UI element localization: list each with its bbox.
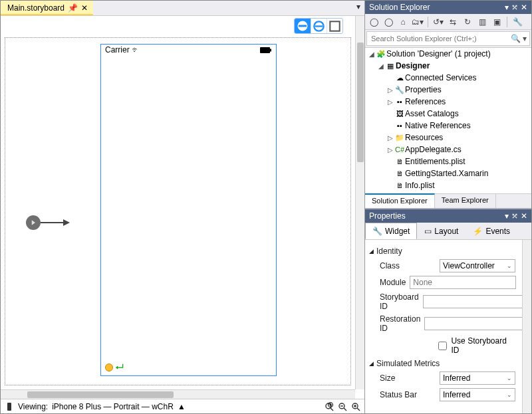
svg-rect-5 (7, 403, 11, 411)
properties-panel: Properties ▾ ⤱ ✕ 🔧Widget ▭Layout ⚡Events… (365, 208, 531, 413)
pin-icon[interactable]: ⤱ (511, 211, 518, 221)
frame-mode-button[interactable] (311, 19, 327, 33)
tree-item-connected-services[interactable]: ☁ Connected Services (365, 72, 531, 84)
initial-view-controller-arrow[interactable] (26, 215, 70, 230)
vertical-scrollbar[interactable] (355, 16, 364, 389)
first-responder-icon[interactable] (105, 363, 113, 371)
expander-icon[interactable]: ▷ (386, 134, 394, 142)
tree-item-asset-catalogs[interactable]: 🖼 Asset Catalogs (365, 108, 531, 120)
device-icon (5, 402, 14, 411)
project-icon: ▦ (385, 62, 396, 70)
layout-icon: ▭ (424, 227, 432, 236)
expander-icon[interactable]: ◢ (368, 51, 376, 58)
cloud-icon: ☁ (394, 74, 405, 82)
use-storyboard-id-checkbox[interactable]: Use Storyboard ID (438, 336, 515, 355)
size-combo[interactable]: Inferred ⌄ (440, 371, 515, 385)
document-tab-row: Main.storyboard 📌 ✕ ▾ (1, 1, 364, 15)
solution-explorer-search[interactable]: 🔍 ▾ (366, 31, 530, 46)
refresh-button[interactable]: ↺▾ (432, 16, 444, 28)
close-icon[interactable]: ✕ (521, 211, 527, 221)
class-combo[interactable]: ViewController ⌄ (440, 259, 515, 272)
tree-item-native-references[interactable]: ▪▪ Native References (365, 120, 531, 132)
zoom-out-button[interactable] (338, 402, 347, 411)
expander-icon[interactable]: ◢ (377, 62, 385, 70)
pin-icon[interactable]: 📌 (68, 3, 78, 13)
scrollbar-thumb[interactable] (27, 391, 174, 398)
group-header-identity[interactable]: ◢ Identity (369, 247, 515, 256)
panel-title-label: Properties (369, 211, 406, 221)
show-all-button[interactable]: ↻ (462, 16, 473, 28)
wrench-icon: 🔧 (372, 227, 382, 236)
tab-widget[interactable]: 🔧Widget (365, 223, 417, 239)
panel-menu-icon[interactable]: ▾ (505, 3, 509, 12)
view-code-button[interactable]: ▥ (476, 16, 488, 28)
tree-item-entitlements[interactable]: 🗎 Entitlements.plist (365, 155, 531, 167)
panel-menu-icon[interactable]: ▾ (505, 211, 509, 221)
storyboard-designer: Carrier ᯤ ⮠ (1, 15, 364, 399)
designer-status-bar: Viewing: iPhone 8 Plus — Portrait — wChR… (1, 399, 364, 413)
tree-item-properties[interactable]: ▷ 🔧 Properties (365, 84, 531, 96)
back-button[interactable]: ◯ (368, 16, 380, 28)
status-bar-combo[interactable]: Inferred ⌄ (440, 388, 515, 401)
battery-icon (260, 47, 272, 53)
tree-item-getting-started[interactable]: 🗎 GettingStarted.Xamarin (365, 167, 531, 179)
project-node[interactable]: ◢ ▦ Designer (365, 60, 531, 72)
svg-rect-4 (270, 49, 271, 51)
forward-button[interactable]: ◯ (382, 16, 394, 28)
chevron-up-icon[interactable]: ▲ (178, 402, 186, 411)
property-row-module: Module (380, 276, 515, 289)
pin-icon[interactable]: ⤱ (511, 3, 518, 12)
tree-item-resources[interactable]: ▷ 📁 Resources (365, 132, 531, 144)
properties-button[interactable]: 🔧 (511, 16, 523, 28)
exit-icon[interactable]: ⮠ (116, 363, 124, 373)
tree-item-info-plist[interactable]: 🗎 Info.plist (365, 179, 531, 191)
expander-icon[interactable]: ▷ (386, 86, 394, 94)
zoom-in-button[interactable] (351, 402, 360, 411)
view-controller-scene[interactable]: Carrier ᯤ ⮠ (100, 44, 277, 376)
solution-tree[interactable]: ◢ 🧩 Solution 'Designer' (1 project) ◢ ▦ … (365, 47, 531, 193)
tab-team-explorer[interactable]: Team Explorer (435, 194, 496, 208)
constraint-mode-button[interactable] (295, 19, 311, 33)
expander-icon[interactable]: ▷ (386, 146, 394, 154)
module-field[interactable] (410, 276, 516, 289)
toggle-outline-button[interactable] (327, 19, 342, 33)
solution-explorer-title-bar[interactable]: Solution Explorer ▾ ⤱ ✕ (365, 1, 531, 14)
file-icon: 🗎 (394, 169, 405, 177)
collapse-all-button[interactable]: ⇆ (447, 16, 459, 28)
preview-button[interactable]: ▣ (491, 16, 503, 28)
search-input[interactable] (367, 32, 529, 45)
asset-icon: 🖼 (394, 110, 405, 118)
home-button[interactable]: ⌂ (397, 16, 409, 28)
checkbox-input[interactable] (438, 342, 447, 350)
tab-solution-explorer[interactable]: Solution Explorer (365, 193, 435, 208)
explorer-bottom-tabs: Solution Explorer Team Explorer (365, 193, 531, 208)
close-icon[interactable]: ✕ (81, 3, 88, 13)
sync-file-button[interactable]: 🗂▾ (412, 16, 424, 28)
property-row-class: Class ViewController ⌄ (380, 259, 515, 272)
zoom-fit-button[interactable]: ⊕ (325, 402, 334, 411)
document-tab-main-storyboard[interactable]: Main.storyboard 📌 ✕ (1, 1, 93, 15)
file-icon: 🗎 (394, 157, 405, 165)
wifi-icon: ᯤ (132, 45, 140, 54)
tab-layout[interactable]: ▭Layout (417, 223, 466, 239)
properties-title-bar[interactable]: Properties ▾ ⤱ ✕ (365, 209, 531, 223)
scene-dock[interactable]: ⮠ (105, 363, 124, 373)
scrollbar-thumb[interactable] (357, 43, 364, 162)
restoration-id-field[interactable] (424, 317, 522, 330)
tree-item-appdelegate[interactable]: ▷ C# AppDelegate.cs (365, 144, 531, 155)
viewing-device[interactable]: iPhone 8 Plus — Portrait — wChR (52, 402, 174, 411)
horizontal-scrollbar[interactable] (1, 389, 355, 399)
svg-line-10 (344, 408, 346, 411)
close-icon[interactable]: ✕ (521, 3, 527, 12)
group-header-simulated-metrics[interactable]: ◢ Simulated Metrics (369, 359, 515, 368)
storyboard-id-field[interactable] (423, 295, 522, 308)
tab-overflow-menu[interactable]: ▾ (352, 1, 364, 15)
expander-icon[interactable]: ▷ (386, 98, 394, 106)
chevron-down-icon: ⌄ (507, 262, 512, 269)
solution-explorer-panel: Solution Explorer ▾ ⤱ ✕ ◯ ◯ ⌂ 🗂▾ ↺▾ ⇆ ↻ … (365, 1, 531, 208)
tab-events[interactable]: ⚡Events (466, 223, 517, 239)
solution-node[interactable]: ◢ 🧩 Solution 'Designer' (1 project) (365, 48, 531, 60)
search-icon[interactable]: 🔍 ▾ (511, 34, 527, 43)
tree-item-references[interactable]: ▷ ▪▪ References (365, 96, 531, 108)
vertical-scrollbar[interactable] (522, 240, 531, 413)
